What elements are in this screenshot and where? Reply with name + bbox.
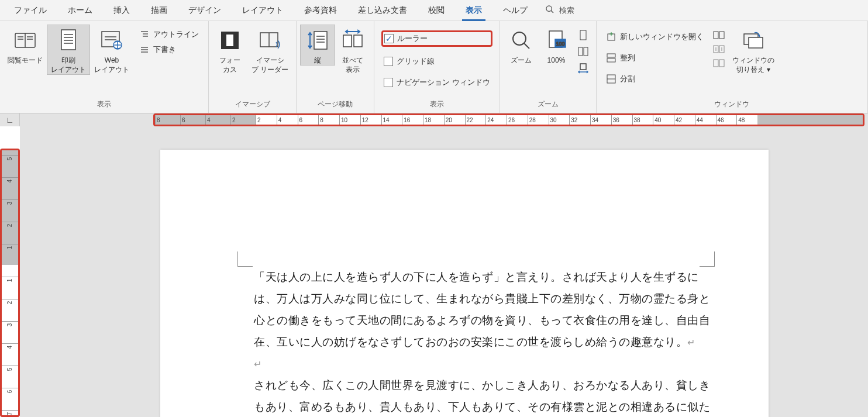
svg-line-36 <box>524 43 529 49</box>
vertical-button[interactable]: 縦 <box>300 25 335 66</box>
navpane-checkbox[interactable]: ナビゲーション ウィンドウ <box>381 76 492 89</box>
search-icon <box>545 5 554 16</box>
menu-mailings[interactable]: 差し込み文書 <box>347 0 418 21</box>
page[interactable]: 「天は人の上に人を造らず人の下に人を造らず」と言えり。されば天より人を生ずるには… <box>160 150 769 417</box>
ruler-tick: 5 <box>2 366 18 373</box>
ruler-tick: 44 <box>695 115 716 125</box>
tab-selector[interactable]: ∟ <box>0 113 20 126</box>
group-page-move-label: ページ移動 <box>300 97 370 113</box>
ruler-tick: 4 <box>277 115 298 125</box>
side-by-side-button[interactable]: 並べて 表示 <box>335 25 370 75</box>
ruler-tick: 38 <box>632 115 653 125</box>
menu-file[interactable]: ファイル <box>4 0 57 21</box>
svg-rect-27 <box>314 32 327 49</box>
ruler-tick: 32 <box>569 115 590 125</box>
immersive-reader-label: イマーシ ブ リーダー <box>252 56 288 74</box>
ruler-checkbox[interactable]: ルーラー <box>381 30 492 47</box>
draft-button[interactable]: 下書き <box>137 43 201 56</box>
paragraph-1[interactable]: 「天は人の上に人を造らず人の下に人を造らず」と言えり。されば天より人を生ずるには… <box>254 267 712 353</box>
print-layout-label: 印刷 レイアウト <box>51 56 86 74</box>
ruler-tick: 1 <box>2 244 18 251</box>
ruler-tick: 1 <box>2 277 18 284</box>
document-area[interactable]: 「天は人の上に人を造らず人の下に人を造らず」と言えり。されば天より人を生ずるには… <box>20 126 868 417</box>
draft-icon <box>139 44 150 55</box>
svg-rect-33 <box>354 35 362 47</box>
group-views-label: 表示 <box>4 97 205 113</box>
web-layout-label: Web レイアウト <box>94 56 129 74</box>
ribbon: 閲覧モード 印刷 レイアウト Web レイアウト <box>0 21 868 113</box>
ruler-tick: 8 <box>318 115 339 125</box>
ruler-tick: 2 <box>256 115 277 125</box>
svg-rect-24 <box>226 35 233 46</box>
ruler-tick: 12 <box>360 115 381 125</box>
split-label: 分割 <box>620 74 635 84</box>
arrange-all-button[interactable]: 整列 <box>604 51 706 64</box>
svg-rect-61 <box>749 37 763 48</box>
reading-mode-button[interactable]: 閲覧モード <box>4 25 47 66</box>
side-by-side-label: 並べて 表示 <box>342 56 363 74</box>
web-layout-button[interactable]: Web レイアウト <box>90 25 133 75</box>
menu-review[interactable]: 校閲 <box>418 0 455 21</box>
group-immersive-label: イマーシブ <box>212 97 292 113</box>
svg-rect-48 <box>607 54 615 57</box>
outline-button[interactable]: アウトライン <box>137 28 201 41</box>
gridlines-checkbox[interactable]: グリッド線 <box>381 55 492 68</box>
group-zoom: ズーム 100 100% ズーム <box>500 21 597 113</box>
menu-home[interactable]: ホーム <box>57 0 103 21</box>
menu-references[interactable]: 参考資料 <box>294 0 347 21</box>
group-show-label: 表示 <box>378 97 496 113</box>
view-side-by-side-button[interactable] <box>713 30 725 40</box>
split-button[interactable]: 分割 <box>604 73 706 85</box>
ruler-check-icon <box>384 34 394 43</box>
horizontal-ruler[interactable]: 8642 24681012141618202224262830323436384… <box>153 113 864 126</box>
zoom-button[interactable]: ズーム <box>504 25 539 66</box>
svg-rect-8 <box>61 30 75 50</box>
ruler-tick: 36 <box>611 115 632 125</box>
crop-mark-tr <box>700 251 715 267</box>
reset-window-pos-button[interactable] <box>713 58 725 68</box>
navpane-check-icon <box>384 78 393 87</box>
vertical-label: 縦 <box>314 56 321 65</box>
print-layout-button[interactable]: 印刷 レイアウト <box>47 25 90 75</box>
immersive-reader-button[interactable]: イマーシ ブ リーダー <box>247 25 292 75</box>
paragraph-2[interactable]: されども今、広くこの人間世界を見渡すに、かしこき人あり、おろかなる人あり、貧しき… <box>254 375 712 417</box>
ruler-tick: 2 <box>2 299 18 306</box>
chevron-down-icon: ▾ <box>767 66 770 74</box>
switch-windows-icon <box>740 27 766 53</box>
menu-layout[interactable]: レイアウト <box>232 0 294 21</box>
ruler-tick: 42 <box>674 115 695 125</box>
ruler-area: ∟ 8642 246810121416182022242628303234363… <box>0 113 868 126</box>
sync-scroll-button[interactable] <box>713 44 725 54</box>
menu-help[interactable]: ヘルプ <box>492 0 538 21</box>
zoom-100-button[interactable]: 100 100% <box>539 25 574 66</box>
focus-button[interactable]: フォー カス <box>212 25 247 75</box>
menu-view[interactable]: 表示 <box>455 0 492 21</box>
ruler-tick: 40 <box>653 115 674 125</box>
search-box[interactable]: 検索 <box>538 5 581 16</box>
new-window-button[interactable]: 新しいウィンドウを開く <box>604 30 706 43</box>
paragraph-mark-icon: ↵ <box>687 337 695 347</box>
page-width-button[interactable] <box>577 62 589 74</box>
switch-windows-button[interactable]: ウィンドウの 切り替え ▾ <box>728 25 779 75</box>
ruler-tick: 7 <box>2 410 18 417</box>
svg-line-1 <box>551 11 553 13</box>
svg-rect-42 <box>584 47 588 56</box>
menu-draw[interactable]: 描画 <box>140 0 178 21</box>
empty-paragraph[interactable]: ↵ <box>254 353 712 375</box>
ruler-tick: 16 <box>402 115 423 125</box>
one-page-button[interactable] <box>577 29 589 41</box>
svg-rect-41 <box>578 47 583 56</box>
svg-rect-49 <box>607 58 615 62</box>
svg-rect-59 <box>719 60 724 67</box>
new-window-icon <box>606 32 616 42</box>
menu-design[interactable]: デザイン <box>178 0 232 21</box>
zoom-label: ズーム <box>511 56 532 65</box>
ruler-tick: 6 <box>180 115 205 125</box>
ruler-tick: 34 <box>590 115 611 125</box>
ruler-tick: 48 <box>736 115 757 125</box>
vertical-ruler[interactable]: 54321 1234567 <box>0 149 20 417</box>
ruler-tick: 3 <box>2 321 18 328</box>
menu-insert[interactable]: 挿入 <box>103 0 140 21</box>
multi-page-button[interactable] <box>577 46 589 57</box>
ruler-tick: 24 <box>485 115 507 125</box>
